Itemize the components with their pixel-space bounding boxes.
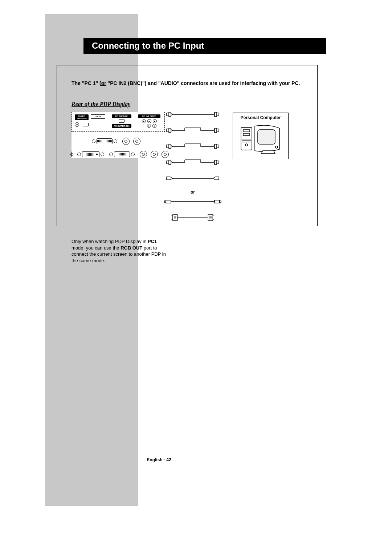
intro-or-inline: or <box>101 80 106 86</box>
screw-icon <box>101 153 104 156</box>
intro-paragraph: The "PC 1" (or "PC IN2 (BNC)") and "AUDI… <box>72 80 310 86</box>
audio-in-label: DVI/PC AUDIO IN <box>75 114 89 120</box>
vga-port-icon <box>97 138 113 144</box>
dvi-port-mini-icon <box>83 123 89 126</box>
svg-rect-2 <box>215 128 217 133</box>
audio-jack-icon <box>75 122 79 127</box>
svg-rect-13 <box>243 130 250 132</box>
screw-icon <box>77 153 81 156</box>
page-footer: English - 42 <box>139 455 179 464</box>
or-label: or <box>164 190 222 195</box>
screw-icon <box>131 153 135 156</box>
note-rgb-out: RGB OUT <box>121 245 142 251</box>
bnc-h-icon <box>147 124 151 128</box>
content-frame: The "PC 1" (or "PC IN2 (BNC)") and "AUDI… <box>57 65 318 226</box>
bnc-connector-icon <box>133 138 140 145</box>
footer-text: English - 42 <box>147 457 171 462</box>
page-title-bar: Connecting to the PC Input <box>83 38 326 54</box>
audio-jack-icon <box>72 151 72 157</box>
bnc-v-icon <box>152 124 156 128</box>
intro-post: "PC IN2 (BNC)") and "AUDIO" connectors a… <box>106 80 300 86</box>
screw-icon <box>109 153 113 156</box>
svg-rect-6 <box>215 160 217 165</box>
rear-panel-illustration: DVI/PC AUDIO IN DVI IN PC IN1(RGB) PC OU… <box>72 112 165 158</box>
pc-in1-label: PC IN1(RGB) <box>112 114 131 118</box>
pc-out-label: PC OUT1(RGB) <box>112 124 131 128</box>
svg-rect-14 <box>243 133 250 135</box>
intro-pre: The "PC 1" ( <box>72 80 101 86</box>
svg-rect-0 <box>215 112 217 117</box>
screw-icon <box>92 139 95 143</box>
svg-rect-11 <box>220 201 221 202</box>
svg-rect-3 <box>169 128 171 133</box>
svg-rect-1 <box>169 112 171 117</box>
svg-point-17 <box>275 146 278 148</box>
bnc-connector-icon <box>151 151 158 158</box>
bnc-r-icon <box>142 119 146 123</box>
svg-rect-10 <box>164 201 166 202</box>
note-pc1: PC1 <box>148 239 157 244</box>
bnc-connector-icon <box>122 138 130 145</box>
svg-rect-7 <box>169 160 171 165</box>
svg-rect-4 <box>215 144 217 149</box>
page-title: Connecting to the PC Input <box>92 41 204 51</box>
pc-illustration-icon <box>235 122 286 155</box>
note-l1-pre: Only when watching PDP Display in <box>72 239 148 244</box>
dvi-port-icon <box>82 151 99 157</box>
vga-mini-icon <box>119 119 124 123</box>
bnc-g-icon <box>147 119 151 123</box>
note-l2-pre: mode, you can use the <box>72 245 121 251</box>
rgb-out-note: Only when watching PDP Display in PC1 mo… <box>72 238 166 264</box>
bnc-connector-icon <box>140 151 147 158</box>
rear-panel-heading: Rear of the PDP Display <box>72 101 130 108</box>
dvi-in-label: DVI IN <box>91 114 105 119</box>
diagram-area: DVI/PC AUDIO IN DVI IN PC IN1(RGB) PC OU… <box>72 112 310 229</box>
svg-point-15 <box>245 144 248 146</box>
cable-diagram: or <box>164 110 222 229</box>
vga-port-icon <box>114 151 130 157</box>
pc-in2-bnc-label: PC IN2 (BNC) <box>138 114 160 118</box>
svg-rect-5 <box>169 144 171 149</box>
personal-computer-box: Personal Computer <box>233 113 289 159</box>
svg-rect-8 <box>166 200 171 203</box>
svg-rect-9 <box>215 200 220 203</box>
bnc-b-icon <box>153 119 157 123</box>
pc-box-label: Personal Computer <box>235 115 286 120</box>
screw-icon <box>114 139 117 143</box>
svg-rect-16 <box>258 130 275 144</box>
